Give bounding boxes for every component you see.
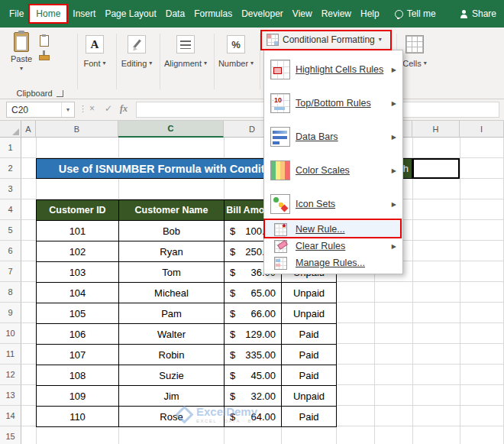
- cell-bill[interactable]: $129.00: [225, 324, 282, 345]
- cell-bill[interactable]: $32.00: [225, 386, 282, 407]
- cell-customer-name[interactable]: Robin: [119, 345, 225, 365]
- share-button[interactable]: Share: [460, 8, 496, 19]
- cell-customer-name[interactable]: Bob: [119, 221, 225, 241]
- cell-customer-id[interactable]: 110: [37, 407, 119, 427]
- tab-formulas[interactable]: Formulas: [189, 3, 237, 24]
- editing-group-button[interactable]: Editing▾: [117, 35, 157, 68]
- cell-customer-id[interactable]: 102: [37, 241, 119, 262]
- clipboard-dialog-launcher-icon[interactable]: [57, 90, 63, 97]
- cell-status[interactable]: Paid: [282, 407, 337, 427]
- tab-view[interactable]: View: [288, 3, 317, 24]
- row-header-13[interactable]: 13: [0, 385, 21, 406]
- column-header-a[interactable]: A: [21, 121, 36, 138]
- grid-area[interactable]: Use of ISNUMBER Formula with Conditional…: [21, 138, 504, 444]
- paste-special-button[interactable]: [37, 34, 52, 47]
- row-header-4[interactable]: 4: [0, 199, 21, 220]
- row-header-11[interactable]: 11: [0, 344, 21, 365]
- menu-item-highlight-cells-rules[interactable]: Highlight Cells Rules▶: [264, 53, 402, 86]
- cell-customer-name[interactable]: Rose: [119, 407, 225, 427]
- menu-item-color-scales[interactable]: Color Scales▶: [264, 154, 402, 187]
- row-header-2[interactable]: 2: [0, 158, 21, 179]
- cancel-icon[interactable]: ×: [89, 103, 95, 114]
- cell-bill[interactable]: $45.00: [225, 365, 282, 386]
- cell-customer-id[interactable]: 108: [37, 365, 119, 386]
- cell-customer-id[interactable]: 109: [37, 386, 119, 407]
- cell-customer-name[interactable]: Suzie: [119, 365, 225, 386]
- conditional-formatting-button[interactable]: Conditional Formatting ▾: [263, 32, 385, 47]
- cell-customer-name[interactable]: Jim: [119, 386, 225, 407]
- alignment-group-button[interactable]: Alignment▾: [161, 35, 210, 68]
- row-header-8[interactable]: 8: [0, 282, 21, 303]
- icon-sets-icon: [270, 194, 290, 214]
- cell-customer-name[interactable]: Pam: [119, 303, 225, 324]
- insert-function-icon[interactable]: fx: [120, 103, 128, 115]
- table-header-customer-id[interactable]: Customer ID: [37, 200, 119, 221]
- tell-me-button[interactable]: Tell me: [395, 8, 436, 19]
- row-header-9[interactable]: 9: [0, 303, 21, 323]
- row-header-5[interactable]: 5: [0, 220, 21, 241]
- cell-status[interactable]: Unpaid: [282, 283, 337, 303]
- chevron-down-icon: ▾: [149, 60, 152, 66]
- cell-customer-id[interactable]: 107: [37, 345, 119, 365]
- bordered-cell-h2[interactable]: [412, 158, 460, 179]
- name-box[interactable]: C20 ▾: [6, 102, 75, 118]
- number-group-button[interactable]: % Number▾: [215, 35, 257, 68]
- cell-status[interactable]: Paid: [282, 324, 337, 345]
- enter-icon[interactable]: ✓: [105, 103, 112, 114]
- group-separator: [214, 34, 215, 89]
- row-header-1[interactable]: 1: [0, 138, 21, 158]
- cell-status[interactable]: Unpaid: [282, 386, 337, 407]
- row-header-12[interactable]: 12: [0, 365, 21, 385]
- column-header-b[interactable]: B: [36, 121, 118, 138]
- cell-status[interactable]: Paid: [282, 365, 337, 386]
- font-group-button[interactable]: A Font▾: [78, 35, 111, 68]
- cell-status[interactable]: Paid: [282, 345, 337, 365]
- menu-item-icon-sets[interactable]: Icon Sets▶: [264, 187, 402, 221]
- table-header-customer-name[interactable]: Customer Name: [119, 200, 225, 221]
- cell-customer-name[interactable]: Micheal: [119, 283, 225, 303]
- cell-bill[interactable]: $65.00: [225, 283, 282, 303]
- paste-button[interactable]: Paste ▾: [8, 32, 35, 84]
- currency-symbol: $: [230, 225, 235, 237]
- column-header-i[interactable]: I: [460, 121, 504, 138]
- tab-review[interactable]: Review: [317, 3, 356, 24]
- currency-symbol: $: [230, 246, 235, 258]
- row-header-7[interactable]: 7: [0, 261, 21, 282]
- row-header-3[interactable]: 3: [0, 179, 21, 199]
- cell-bill[interactable]: $66.00: [225, 303, 282, 324]
- cell-customer-id[interactable]: 103: [37, 262, 119, 283]
- cell-status[interactable]: Unpaid: [282, 303, 337, 324]
- cell-customer-id[interactable]: 104: [37, 283, 119, 303]
- cell-customer-id[interactable]: 101: [37, 221, 119, 241]
- select-all-button[interactable]: [0, 121, 21, 138]
- tab-insert[interactable]: Insert: [68, 3, 100, 24]
- row-header-15[interactable]: 15: [0, 426, 21, 444]
- tab-home[interactable]: Home: [28, 4, 68, 24]
- cell-bill[interactable]: $335.00: [225, 345, 282, 365]
- cell-bill[interactable]: $64.00: [225, 407, 282, 427]
- cell-customer-id[interactable]: 106: [37, 324, 119, 345]
- name-box-dropdown-icon[interactable]: ▾: [61, 102, 74, 117]
- cell-customer-name[interactable]: Tom: [119, 262, 225, 283]
- name-box-value: C20: [7, 105, 61, 115]
- tab-file[interactable]: File: [5, 3, 28, 24]
- tab-developer[interactable]: Developer: [237, 3, 288, 24]
- format-painter-button[interactable]: [37, 50, 52, 64]
- row-header-10[interactable]: 10: [0, 323, 21, 344]
- cell-customer-name[interactable]: Ryan: [119, 241, 225, 262]
- tab-page-layout[interactable]: Page Layout: [100, 3, 160, 24]
- tab-help[interactable]: Help: [356, 3, 384, 24]
- cell-customer-id[interactable]: 105: [37, 303, 119, 324]
- menu-item-top-bottom-rules[interactable]: Top/Bottom Rules▶: [264, 86, 402, 120]
- row-header-14[interactable]: 14: [0, 406, 21, 426]
- menu-item-data-bars[interactable]: Data Bars▶: [264, 120, 402, 154]
- column-header-c[interactable]: C: [118, 121, 224, 138]
- menu-item-clear-rules[interactable]: Clear Rules▶: [264, 238, 402, 254]
- row-header-6[interactable]: 6: [0, 241, 21, 261]
- column-header-h[interactable]: H: [412, 121, 460, 138]
- chevron-down-icon: ▾: [20, 66, 23, 72]
- menu-item-new-rule[interactable]: New Rule...: [264, 221, 402, 238]
- cell-customer-name[interactable]: Walter: [119, 324, 225, 345]
- menu-item-manage-rules[interactable]: Manage Rules...: [264, 254, 402, 271]
- tab-data[interactable]: Data: [161, 3, 189, 24]
